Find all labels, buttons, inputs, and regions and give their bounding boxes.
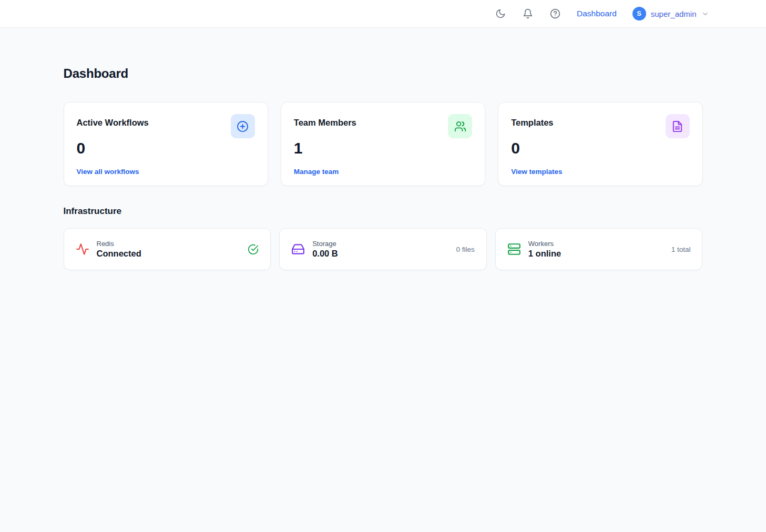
nav-dashboard-link[interactable]: Dashboard — [577, 9, 617, 18]
circle-plus-icon — [231, 114, 255, 138]
stat-card-value: 0 — [511, 139, 689, 158]
stat-card-title: Active Workflows — [77, 114, 149, 128]
infra-card-text: Workers 1 online — [528, 240, 664, 259]
infra-card-value: Connected — [97, 249, 241, 259]
manage-team-link[interactable]: Manage team — [294, 168, 339, 176]
check-circle-icon — [248, 244, 259, 255]
stat-card-title: Templates — [511, 114, 553, 128]
infra-card-label: Redis — [97, 240, 241, 248]
notifications-button[interactable] — [522, 8, 534, 19]
infra-card-text: Redis Connected — [97, 240, 241, 259]
moon-icon — [495, 8, 506, 19]
stat-card-header: Active Workflows — [77, 114, 255, 138]
infrastructure-cards-row: Redis Connected Storage 0.00 B 0 files — [64, 228, 703, 270]
stat-card-header: Team Members — [294, 114, 472, 138]
infra-card-workers: Workers 1 online 1 total — [495, 228, 703, 270]
top-navigation-bar: Dashboard S super_admin — [0, 0, 766, 28]
infra-card-storage: Storage 0.00 B 0 files — [279, 228, 487, 270]
infra-card-text: Storage 0.00 B — [312, 240, 448, 259]
chevron-down-icon — [701, 10, 709, 18]
infra-card-label: Workers — [528, 240, 664, 248]
stat-card-header: Templates — [511, 114, 689, 138]
stat-card-value: 0 — [77, 139, 255, 158]
infra-card-meta: 1 total — [671, 245, 691, 253]
activity-icon — [76, 242, 89, 256]
view-templates-link[interactable]: View templates — [511, 168, 562, 176]
bell-icon — [523, 8, 533, 19]
help-button[interactable] — [549, 8, 561, 19]
infra-card-value: 0.00 B — [312, 249, 448, 259]
topbar-content: Dashboard S super_admin — [57, 7, 709, 21]
server-icon — [507, 242, 521, 256]
view-all-workflows-link[interactable]: View all workflows — [77, 168, 139, 176]
infra-card-label: Storage — [312, 240, 448, 248]
help-circle-icon — [550, 8, 560, 19]
stat-card-templates: Templates 0 View templates — [498, 102, 702, 186]
stat-card-title: Team Members — [294, 114, 356, 128]
avatar[interactable]: S — [632, 7, 646, 21]
infra-card-value: 1 online — [528, 249, 664, 259]
username-label: super_admin — [651, 9, 697, 18]
stat-card-active-workflows: Active Workflows 0 View all workflows — [64, 102, 268, 186]
infra-card-meta: 0 files — [456, 245, 475, 253]
hard-drive-icon — [291, 242, 305, 256]
stat-card-team-members: Team Members 1 Manage team — [281, 102, 485, 186]
infra-card-redis: Redis Connected — [64, 228, 271, 270]
file-text-icon — [666, 114, 690, 138]
user-menu[interactable]: S super_admin — [632, 7, 709, 21]
main-content: Dashboard Active Workflows 0 View all wo… — [64, 28, 703, 270]
stat-cards-row: Active Workflows 0 View all workflows Te… — [64, 102, 703, 186]
infrastructure-section-title: Infrastructure — [64, 206, 703, 217]
dark-mode-toggle-button[interactable] — [495, 8, 506, 19]
users-icon — [448, 114, 472, 138]
page-title: Dashboard — [64, 66, 703, 81]
stat-card-value: 1 — [294, 139, 472, 158]
